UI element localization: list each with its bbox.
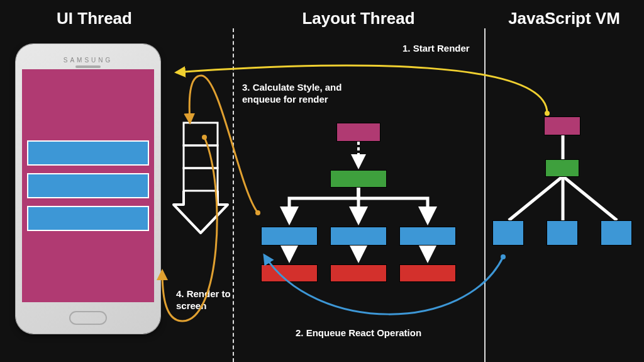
layout-node-root (336, 123, 380, 142)
render-queue-icon (177, 123, 228, 249)
js-node-leaf (601, 220, 632, 246)
layout-node-container (330, 170, 387, 188)
phone-screen (22, 69, 154, 302)
phone-home-button (69, 311, 107, 325)
phone-mockup: SAMSUNG (16, 44, 160, 334)
step-1-label: 1. Start Render (402, 43, 491, 55)
svg-rect-2 (184, 168, 218, 191)
svg-line-10 (563, 176, 617, 220)
js-node-leaf (492, 220, 524, 246)
phone-ui-bar (27, 173, 149, 198)
step-3-label: 3. Calculate Style, and enqueue for rend… (242, 82, 362, 106)
section-title-ui: UI Thread (0, 9, 189, 28)
svg-line-8 (509, 176, 563, 220)
phone-ui-bar (27, 140, 149, 166)
svg-rect-1 (184, 145, 218, 168)
js-node-container (545, 159, 579, 177)
layout-node-render (330, 264, 387, 282)
section-title-layout: Layout Thread (233, 9, 484, 28)
layout-node-render (399, 264, 456, 282)
step-4-label: 4. Render to screen (176, 288, 239, 312)
svg-point-11 (545, 111, 550, 116)
phone-ui-bar (27, 206, 149, 231)
svg-point-13 (255, 210, 260, 215)
divider-solid (484, 28, 486, 362)
phone-speaker (75, 65, 101, 68)
svg-rect-0 (184, 123, 218, 145)
layout-node-leaf (261, 227, 318, 246)
divider-dashed (233, 28, 234, 362)
phone-brand: SAMSUNG (64, 57, 113, 64)
js-node-leaf (547, 220, 578, 246)
section-title-js: JavaScript VM (484, 9, 644, 28)
layout-node-leaf (330, 227, 387, 246)
layout-node-render (261, 264, 318, 282)
layout-node-leaf (399, 227, 456, 246)
step-2-label: 2. Enqueue React Operation (296, 327, 459, 339)
svg-point-12 (501, 254, 506, 259)
js-node-root (544, 116, 580, 135)
